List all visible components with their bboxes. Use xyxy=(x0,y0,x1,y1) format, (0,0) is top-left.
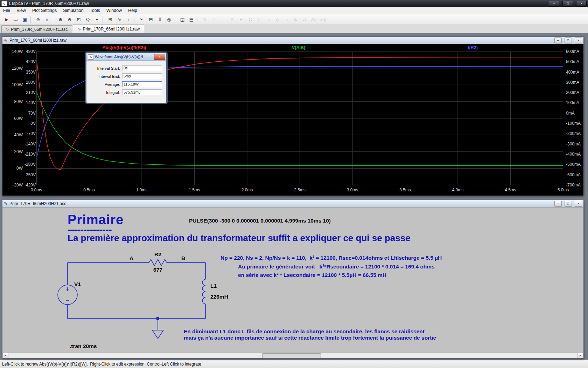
dialog-field-label: Average: xyxy=(90,82,122,87)
schematic-canvas[interactable]: Primaire -------------- PULSE(300 -300 0… xyxy=(2,207,583,353)
diode-icon[interactable]: ▷ xyxy=(264,15,273,24)
inductor-label[interactable]: L1 xyxy=(210,283,217,289)
component-icon[interactable]: ◇ xyxy=(273,15,282,24)
autorange-icon[interactable]: ↕ xyxy=(124,15,133,24)
text-icon[interactable]: Aa xyxy=(309,15,318,24)
ground-icon[interactable]: ⊥ xyxy=(218,15,227,24)
tab-waveform[interactable]: ∿ Prim_170R_66mH200Hz1.raw xyxy=(73,25,144,33)
pan-icon[interactable]: + xyxy=(92,15,102,24)
open-folder-icon[interactable]: ▭ xyxy=(11,15,20,24)
spice-directive-icon[interactable]: .op xyxy=(318,15,328,24)
mirror-icon[interactable]: ⇄ xyxy=(300,15,309,24)
trace-label-voltage[interactable]: V(A,B) xyxy=(292,45,305,50)
menu-item[interactable]: View xyxy=(13,7,29,14)
schematic-close-button[interactable]: × xyxy=(575,201,582,207)
resistor-label[interactable]: R2 xyxy=(153,251,163,258)
waveform-dialog-title-bar[interactable]: ∿ Waveform: Abs((V(b)-V(a))*I... × xyxy=(86,53,166,61)
find-icon[interactable]: ◎ xyxy=(164,15,174,24)
axis-tick-label: -200mA xyxy=(566,131,583,136)
trace-label-current[interactable]: I(R2) xyxy=(468,45,478,50)
toolbar-icon xyxy=(175,16,177,23)
menu-item[interactable]: Help xyxy=(125,7,140,14)
tab-bar: ▷ Prim_170R_66mH200Hz1.asc ∿ Prim_170R_6… xyxy=(0,25,588,33)
waveform-window-title-bar[interactable]: ∿ Prim_170R_66mH200Hz1.raw ─ □ × xyxy=(2,37,583,44)
rotate-icon[interactable]: ↻ xyxy=(291,15,300,24)
node-b-label: B xyxy=(181,255,185,261)
paste-icon[interactable]: ⇩ xyxy=(155,15,164,24)
node-a-label: A xyxy=(130,255,133,261)
dialog-field-value[interactable]: 0s xyxy=(122,65,162,71)
zoom-out-icon[interactable]: ⊖ xyxy=(65,15,74,24)
capacitor-icon[interactable]: C xyxy=(246,15,255,24)
menu-item[interactable]: Plot Settings xyxy=(29,7,60,14)
maximize-button[interactable]: □ xyxy=(562,1,573,7)
inductor-value[interactable]: 226mH xyxy=(210,294,228,300)
print-icon[interactable]: ▤ xyxy=(187,15,196,24)
halt-icon[interactable]: ■ xyxy=(43,15,52,24)
scrollbar-track[interactable] xyxy=(8,353,578,358)
print-preview-icon[interactable]: ◲ xyxy=(178,15,187,24)
time-axis: 0.0ms0.5ms1.0ms1.5ms2.0ms2.5ms3.0ms3.5ms… xyxy=(29,188,571,192)
cut-icon[interactable]: ✂ xyxy=(137,15,146,24)
inductor-symbol xyxy=(202,279,205,304)
dialog-close-button[interactable]: × xyxy=(154,54,165,60)
copy-icon[interactable]: ⊟ xyxy=(146,15,155,24)
resistor-icon[interactable]: R xyxy=(237,15,246,24)
scroll-right-arrow[interactable]: ► xyxy=(578,353,583,358)
dialog-field-value[interactable]: 575.91mJ xyxy=(122,89,162,95)
sim-directive[interactable]: .tran 20ms xyxy=(70,343,97,349)
toolbar-icon xyxy=(103,16,105,23)
pencil-icon[interactable]: ✎ xyxy=(200,15,209,24)
minimize-button[interactable]: ─ xyxy=(549,1,559,7)
menu-item[interactable]: Simulation xyxy=(60,7,86,14)
close-button[interactable]: × xyxy=(576,1,587,7)
move-icon[interactable]: ⇔ xyxy=(282,15,291,24)
trace-icon[interactable]: ∿ xyxy=(115,15,124,24)
axis-tick-label: -140V xyxy=(23,142,36,146)
toolbar-icon xyxy=(134,16,136,23)
axis-tick-label: -600mA xyxy=(566,173,583,177)
schematic-hscrollbar: ◄ ► xyxy=(2,353,583,358)
inductor-icon[interactable]: L xyxy=(255,15,264,24)
axis-tick-label: 5.0ms xyxy=(555,188,571,192)
waveform-minimize-button[interactable]: ─ xyxy=(554,38,562,43)
menu-item[interactable]: Tools xyxy=(87,7,103,14)
pulse-directive[interactable]: PULSE(300 -300 0 0.000001 0.000001 4.999… xyxy=(189,218,331,224)
waveform-close-button[interactable]: × xyxy=(575,38,582,43)
resistor-value[interactable]: 677 xyxy=(153,267,163,273)
trace-label-power[interactable]: Abs((V(b)-V(a))*I(R2)) xyxy=(103,45,146,50)
scroll-left-arrow[interactable]: ◄ xyxy=(2,353,8,358)
schematic-minimize-button[interactable]: ─ xyxy=(554,201,562,207)
schematic-maximize-button[interactable]: □ xyxy=(565,201,572,207)
trace-labels: Abs((V(b)-V(a))*I(R2))V(A,B)I(R2) xyxy=(2,45,583,51)
zoom-in-icon[interactable]: ⊕ xyxy=(56,15,65,24)
zoom-full-icon[interactable]: Q xyxy=(83,15,92,24)
tab-icon: ▷ xyxy=(6,27,9,32)
wire-icon[interactable]: └ xyxy=(209,15,218,24)
source-label[interactable]: V1 xyxy=(74,281,81,287)
axis-tick-label: 40W xyxy=(5,133,23,137)
tab-schematic[interactable]: ▷ Prim_170R_66mH200Hz1.asc xyxy=(1,25,72,33)
waveform-maximize-button[interactable]: □ xyxy=(565,38,572,43)
axis-tick-label: 120W xyxy=(5,66,23,70)
zoom-rect-icon[interactable]: ⊡ xyxy=(74,15,83,24)
scrollbar-thumb[interactable] xyxy=(262,353,321,358)
schematic-window-title-bar[interactable]: ✎ Prim_170R_66mH200Hz1.asc ─ □ × xyxy=(2,200,583,207)
ground-symbol xyxy=(152,330,163,339)
dialog-field-value[interactable]: 5ms xyxy=(122,73,162,79)
axis-tick-label: 0.0ms xyxy=(29,188,44,192)
grid-icon[interactable]: ⊞ xyxy=(106,15,115,24)
dialog-field-row: Average: 115.18W xyxy=(90,81,162,88)
dialog-field-value[interactable]: 115.18W xyxy=(122,81,162,87)
schematic-window-icon: ✎ xyxy=(4,201,7,206)
net-label-icon[interactable]: A xyxy=(227,15,237,24)
run-icon[interactable]: ▶ xyxy=(2,15,11,24)
toolbar-icon xyxy=(53,16,55,23)
control-panel-icon[interactable]: ⊛ xyxy=(34,15,43,24)
axis-tick-label: 100mA xyxy=(566,101,583,105)
menu-item[interactable]: Window xyxy=(103,7,125,14)
tab-label: Prim_170R_66mH200Hz1.raw xyxy=(83,27,140,32)
menu-item[interactable]: File xyxy=(0,7,13,14)
save-icon[interactable]: ▣ xyxy=(20,15,29,24)
axis-tick-label: 3.0ms xyxy=(345,188,360,192)
